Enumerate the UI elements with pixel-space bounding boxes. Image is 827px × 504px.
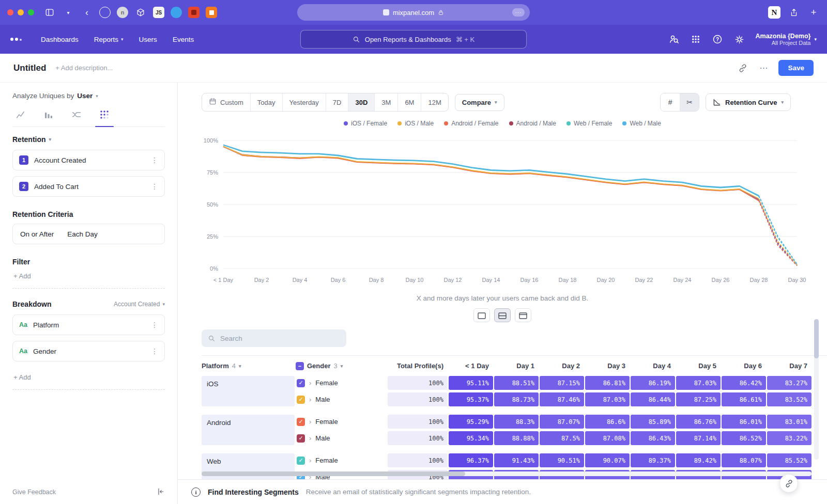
extension-n-icon[interactable]: n (117, 7, 128, 18)
collapse-sidebar-icon[interactable] (157, 487, 165, 497)
legend-item-ios-male[interactable]: iOS / Male (397, 120, 434, 127)
extension-red-app-icon[interactable] (188, 7, 200, 18)
breakdown-options-kebab-icon[interactable]: ⋮ (151, 347, 158, 355)
gender-checkbox[interactable]: ✓ (297, 418, 305, 426)
gender-checkbox[interactable]: ✓ (297, 379, 305, 387)
gender-row-android-female[interactable]: ✓›Female (296, 415, 387, 429)
chart-type-dropdown[interactable]: Retention Curve ▾ (706, 93, 791, 111)
retention-cell-ios-female-day-7[interactable]: 83.27% (767, 376, 811, 390)
report-title[interactable]: Untitled (13, 63, 46, 73)
extension-clock-icon[interactable] (99, 7, 111, 18)
retention-cell-ios-male-day-4[interactable]: 86.44% (631, 392, 675, 406)
address-bar[interactable]: mixpanel.com ··· (297, 4, 530, 21)
day-column-header-day-1[interactable]: Day 1 (494, 362, 539, 370)
vertical-scrollbar-thumb[interactable] (814, 319, 819, 358)
new-tab-icon[interactable]: + (807, 6, 820, 19)
report-description-placeholder[interactable]: + Add description... (55, 64, 113, 72)
analyze-value-dropdown[interactable]: User (77, 92, 93, 100)
retention-cell-android-female-day-2[interactable]: 87.07% (540, 415, 584, 429)
tab-retention[interactable] (98, 109, 111, 120)
retention-cell-web-female-day-6[interactable]: 88.07% (722, 453, 766, 467)
legend-item-ios-female[interactable]: iOS / Female (344, 120, 387, 127)
date-range-7d[interactable]: 7D (326, 93, 349, 111)
breakdown-gender[interactable]: AaGender⋮ (12, 341, 165, 361)
horizontal-scrollbar[interactable] (202, 471, 811, 476)
extension-blue-icon[interactable] (171, 7, 182, 18)
retention-cell-android-female-day-3[interactable]: 86.6% (585, 415, 630, 429)
minimize-window-button[interactable] (18, 9, 24, 15)
vertical-scrollbar[interactable] (814, 319, 819, 460)
browser-back-icon[interactable]: ‹ (81, 6, 93, 19)
extension-cube-icon[interactable] (134, 6, 147, 19)
browser-tabs-chevron-icon[interactable]: ▾ (62, 6, 74, 19)
retention-cell-web-female-day-4[interactable]: 89.37% (631, 453, 675, 467)
platform-column-header[interactable]: Platform 4 ▾ (202, 362, 295, 370)
settings-gear-icon[interactable] (733, 34, 745, 45)
day-column-header-day-5[interactable]: Day 5 (676, 362, 721, 370)
retention-cell-web-female-day-1[interactable]: 91.43% (494, 453, 539, 467)
retention-cell-ios-female-day-3[interactable]: 86.81% (585, 376, 630, 390)
share-icon[interactable] (788, 6, 800, 19)
retention-cell-android-male-day-5[interactable]: 87.14% (676, 431, 721, 445)
step-options-kebab-icon[interactable]: ⋮ (151, 182, 158, 191)
date-range-30d[interactable]: 30D (348, 93, 375, 111)
gender-row-ios-female[interactable]: ✓›Female (296, 376, 387, 390)
retention-cell-android-female-day-5[interactable]: 86.76% (676, 415, 721, 429)
retention-cell-android-female-1-day[interactable]: 95.29% (449, 415, 493, 429)
date-range-3m[interactable]: 3M (375, 93, 398, 111)
retention-cell-web-female-day-5[interactable]: 89.42% (676, 453, 721, 467)
day-column-header-day-2[interactable]: Day 2 (540, 362, 584, 370)
retention-cell-android-male-day-3[interactable]: 87.08% (585, 431, 630, 445)
annotations-hash-toggle[interactable]: # (661, 93, 680, 111)
address-more-icon[interactable]: ··· (512, 8, 525, 17)
date-range-6m[interactable]: 6M (398, 93, 421, 111)
retention-step-added-to-cart[interactable]: 2Added To Cart⋮ (12, 176, 165, 197)
nav-item-reports[interactable]: Reports▾ (86, 36, 131, 43)
gender-row-web-female[interactable]: ✓›Female (296, 453, 387, 467)
notion-extension-icon[interactable]: N (768, 6, 780, 19)
breakdown-options-kebab-icon[interactable]: ⋮ (151, 321, 158, 329)
retention-cell-ios-male-day-6[interactable]: 86.61% (722, 392, 766, 406)
copy-link-icon[interactable] (737, 62, 748, 74)
retention-cell-android-male-day-6[interactable]: 86.52% (722, 431, 766, 445)
gender-row-android-male[interactable]: ✓›Male (296, 431, 387, 445)
table-only-view-toggle[interactable] (515, 308, 531, 322)
breakdown-add-button[interactable]: + Add (12, 367, 165, 390)
criteria-each-day[interactable]: Each Day (67, 230, 98, 238)
gender-checkbox[interactable]: ✓ (297, 456, 305, 465)
retention-section-header[interactable]: Retention ▾ (12, 135, 165, 144)
day-column-header-day-7[interactable]: Day 7 (767, 362, 811, 370)
legend-item-web-male[interactable]: Web / Male (622, 120, 661, 127)
retention-cell-web-female-1-day[interactable]: 96.37% (449, 453, 493, 467)
help-icon[interactable]: ? (712, 34, 723, 45)
retention-cell-ios-female-day-6[interactable]: 86.42% (722, 376, 766, 390)
global-search[interactable]: Open Reports & Dashboards ⌘ + K (300, 30, 527, 49)
date-range-12m[interactable]: 12M (421, 93, 448, 111)
gender-row-ios-male[interactable]: ✓›Male (296, 392, 387, 406)
gender-checkbox[interactable]: ✓ (297, 434, 305, 443)
more-options-icon[interactable]: ··· (758, 62, 769, 74)
split-view-toggle[interactable] (494, 308, 511, 322)
nav-item-dashboards[interactable]: Dashboards (33, 36, 86, 43)
maximize-window-button[interactable] (28, 9, 34, 15)
retention-step-account-created[interactable]: 1Account Created⋮ (12, 150, 165, 170)
legend-item-android-male[interactable]: Android / Male (509, 120, 556, 127)
retention-cell-android-male-1-day[interactable]: 95.34% (449, 431, 493, 445)
row-expand-chevron-icon[interactable]: › (309, 396, 311, 403)
date-range-custom[interactable]: Custom (202, 93, 251, 111)
day-column-header-day-4[interactable]: Day 4 (631, 362, 675, 370)
day-column-header-day-3[interactable]: Day 3 (585, 362, 630, 370)
footer-title[interactable]: Find Interesting Segments (208, 488, 299, 496)
row-expand-chevron-icon[interactable]: › (309, 418, 311, 426)
retention-criteria-row[interactable]: On or After Each Day (12, 224, 165, 244)
tab-funnels[interactable] (42, 109, 55, 120)
row-expand-chevron-icon[interactable]: › (309, 456, 311, 464)
retention-cell-android-female-day-6[interactable]: 86.01% (722, 415, 766, 429)
gender-checkbox[interactable]: ✓ (297, 396, 305, 404)
retention-cell-ios-male-day-1[interactable]: 88.73% (494, 392, 539, 406)
retention-cell-ios-female-day-1[interactable]: 88.51% (494, 376, 539, 390)
close-window-button[interactable] (7, 9, 13, 15)
retention-cell-android-female-day-1[interactable]: 88.3% (494, 415, 539, 429)
total-profiles-header[interactable]: Total Profile(s) (388, 362, 448, 370)
breakdown-platform[interactable]: AaPlatform⋮ (12, 314, 165, 335)
